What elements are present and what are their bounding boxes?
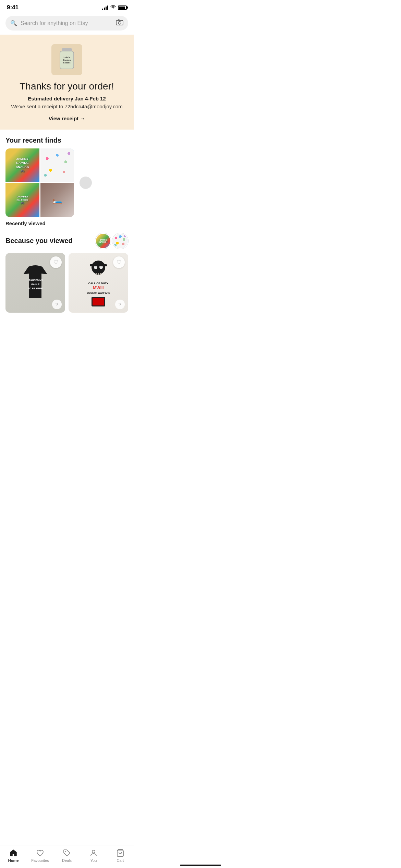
because-thumbnails: GAMING SNACKS🎮 (95, 233, 128, 249)
grid-item-3[interactable]: GAMINGSNACKS🎮 (5, 183, 39, 217)
order-receipt-text: We've sent a receipt to 725dca4a@moodjoy… (11, 104, 122, 109)
product-card-1[interactable]: I PAUSED MY GA🎮E TO BE HERE ♡ ? (5, 253, 65, 313)
battery-icon (118, 5, 127, 10)
order-title: Thanks for your order! (20, 81, 114, 92)
thumb-item-2[interactable] (112, 233, 128, 249)
svg-text:Snacks: Snacks (63, 62, 71, 64)
status-bar: 9:41 (0, 0, 134, 13)
svg-text:TO BE HERE: TO BE HERE (28, 287, 43, 290)
product-card-1-image: I PAUSED MY GA🎮E TO BE HERE ♡ ? (5, 253, 65, 313)
svg-text:Gaming: Gaming (63, 59, 71, 61)
search-bar[interactable]: 🔍 Search for anything on Etsy (5, 16, 128, 31)
product-cards: I PAUSED MY GA🎮E TO BE HERE ♡ ? (0, 253, 134, 313)
recent-finds-title: Your recent finds (0, 130, 134, 148)
svg-text:I PAUSED MY: I PAUSED MY (28, 279, 43, 281)
search-input[interactable]: Search for anything on Etsy (21, 20, 112, 26)
recently-viewed-label: Recently viewed (0, 217, 134, 226)
camera-icon[interactable] (116, 19, 123, 27)
question-button-1[interactable]: ? (52, 300, 62, 309)
question-button-2[interactable]: ? (115, 300, 125, 309)
status-icons (102, 5, 127, 10)
product-card-2-image: CALL OF DUTY MWIII MODERN WARFARE ♡ ? (69, 253, 128, 313)
recent-grid-images[interactable]: JAMIE'SGAMINGSNACKS🎮 GAMINGSNACKS🎮 🛏️ (5, 148, 74, 217)
status-time: 9:41 (7, 4, 19, 11)
wifi-icon (110, 5, 116, 10)
signal-bars-icon (102, 5, 108, 10)
svg-rect-16 (90, 264, 107, 266)
more-items-indicator[interactable] (80, 177, 92, 189)
svg-rect-2 (118, 20, 120, 21)
svg-rect-3 (62, 48, 72, 51)
order-delivery: Estimated delivery Jan 4-Feb 12 (28, 96, 106, 101)
search-icon: 🔍 (10, 20, 17, 26)
svg-text:Luke's: Luke's (64, 56, 70, 58)
heart-button-2[interactable]: ♡ (113, 256, 125, 268)
because-you-viewed-header: Because you viewed GAMING SNACKS🎮 (0, 226, 134, 253)
search-container: 🔍 Search for anything on Etsy (0, 13, 134, 35)
grid-item-4[interactable]: 🛏️ (40, 183, 74, 217)
recent-grid: JAMIE'SGAMINGSNACKS🎮 GAMINGSNACKS🎮 🛏️ (0, 148, 134, 217)
thumb-item-1[interactable]: GAMING SNACKS🎮 (95, 233, 111, 249)
because-you-viewed-title: Because you viewed (5, 237, 73, 245)
order-banner: Luke's Gaming Snacks 🎮 Thanks for your o… (0, 35, 134, 130)
heart-button-1[interactable]: ♡ (50, 256, 62, 268)
svg-text:GA🎮E: GA🎮E (31, 283, 40, 286)
view-receipt-button[interactable]: View receipt → (49, 116, 85, 121)
grid-item-2[interactable] (40, 148, 74, 182)
scrollable-content: Your recent finds JAMIE'SGAMINGSNACKS🎮 G… (0, 130, 134, 367)
grid-item-1[interactable]: JAMIE'SGAMINGSNACKS🎮 (5, 148, 39, 182)
product-image: Luke's Gaming Snacks 🎮 (51, 44, 82, 75)
svg-point-1 (118, 22, 121, 24)
product-card-2[interactable]: CALL OF DUTY MWIII MODERN WARFARE ♡ ? (69, 253, 128, 313)
recent-finds-section: Your recent finds JAMIE'SGAMINGSNACKS🎮 G… (0, 130, 134, 340)
